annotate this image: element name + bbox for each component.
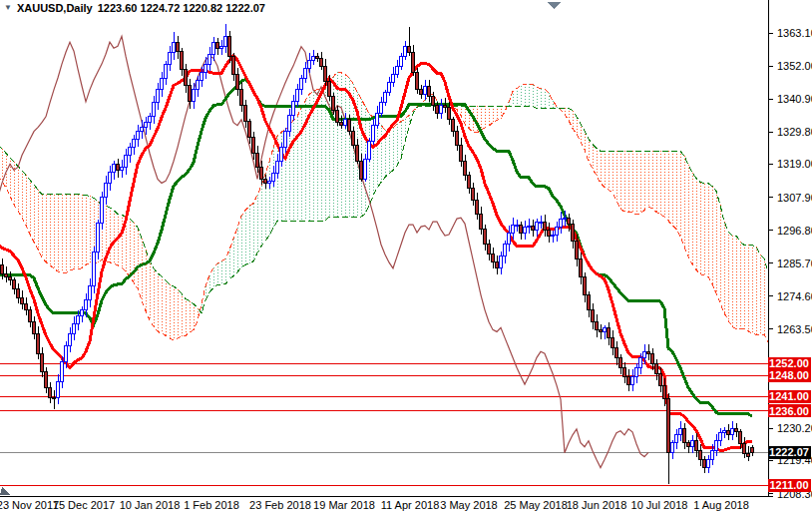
date-tick-label: 23 Feb 2018	[249, 499, 311, 511]
price-tick-label: 1319.00	[777, 158, 812, 170]
price-tick-label: 1363.10	[777, 27, 812, 39]
sr-price-label: 1241.00	[768, 390, 812, 403]
sr-price-label: 1236.00	[768, 404, 812, 417]
date-tick-label: 25 May 2018	[504, 499, 568, 511]
price-tick-label: 1263.50	[777, 323, 812, 335]
chart-ohlc-values: 1223.60 1224.72 1220.82 1222.07	[98, 2, 265, 14]
date-tick-label: 23 Nov 2017	[0, 499, 59, 511]
kumo-cloud	[0, 72, 772, 381]
chart-border	[0, 0, 773, 497]
chart-canvas[interactable]: 1363.101352.001340.901329.801319.001307.…	[0, 0, 812, 513]
price-axis: 1363.101352.001340.901329.801319.001307.…	[768, 27, 812, 500]
chart-shift-marker[interactable]	[547, 2, 561, 9]
svg-text:1211.00: 1211.00	[769, 479, 808, 491]
price-tick-label: 1307.90	[777, 192, 812, 204]
date-tick-label: 3 May 2018	[440, 499, 497, 511]
svg-text:1241.00: 1241.00	[769, 390, 809, 402]
chart-symbol-period: XAUUSD,Daily	[17, 2, 93, 14]
svg-text:1248.00: 1248.00	[769, 369, 809, 381]
price-tick-label: 1296.80	[777, 225, 812, 237]
sr-price-label: 1252.00	[768, 357, 812, 370]
sr-lines	[0, 363, 768, 485]
sr-price-label: 1211.00	[768, 479, 812, 492]
date-tick-label: 10 Jul 2018	[631, 499, 688, 511]
sr-price-label: 1248.00	[768, 369, 812, 382]
bid-price-label: 1222.07	[768, 446, 812, 459]
candles	[1, 24, 754, 484]
price-tick-label: 1285.70	[777, 257, 812, 269]
price-tick-label: 1340.90	[777, 93, 812, 105]
svg-text:1222.07: 1222.07	[769, 446, 809, 458]
date-tick-label: 1 Aug 2018	[693, 499, 749, 511]
price-tick-label: 1230.20	[777, 422, 812, 434]
svg-text:1236.00: 1236.00	[769, 405, 809, 417]
date-tick-label: 10 Jan 2018	[120, 499, 181, 511]
senkou-a-line	[0, 72, 772, 381]
chart-window[interactable]: ▼ XAUUSD,Daily 1223.60 1224.72 1220.82 1…	[0, 0, 812, 513]
svg-text:1252.00: 1252.00	[769, 357, 809, 369]
senkou-b-line	[0, 107, 772, 319]
chart-title-bar: ▼ XAUUSD,Daily 1223.60 1224.72 1220.82 1…	[4, 2, 265, 14]
date-tick-label: 15 Dec 2017	[53, 499, 115, 511]
price-tick-label: 1274.60	[777, 290, 812, 302]
date-tick-label: 19 Mar 2018	[313, 499, 375, 511]
price-tick-label: 1329.80	[777, 126, 812, 138]
price-tick-label: 1352.00	[777, 60, 812, 72]
symbol-collapse-triangle-icon: ▼	[4, 4, 12, 12]
date-tick-label: 11 Apr 2018	[381, 499, 440, 511]
time-axis: 23 Nov 201715 Dec 201710 Jan 20181 Feb 2…	[0, 499, 749, 511]
date-tick-label: 1 Feb 2018	[184, 499, 239, 511]
scroll-begin-marker	[0, 487, 10, 495]
date-tick-label: 18 Jun 2018	[567, 499, 627, 511]
plot-area[interactable]	[0, 24, 772, 486]
